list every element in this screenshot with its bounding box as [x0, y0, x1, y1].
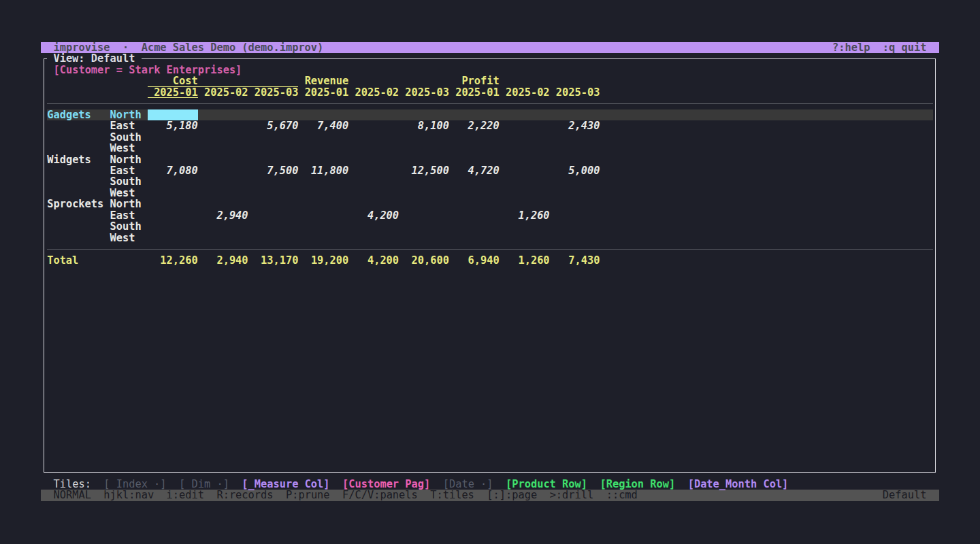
status-hint[interactable]: F/C/V:panels [342, 490, 418, 500]
measure-header-revenue[interactable]: Revenue [298, 75, 348, 86]
terminal-screen: improvise · Acme Sales Demo (demo.improv… [0, 0, 980, 544]
month-header[interactable]: 2025-02 [500, 87, 550, 98]
region-label[interactable]: East [110, 165, 135, 176]
region-label[interactable]: North [110, 154, 142, 165]
region-label[interactable]: East [110, 120, 135, 131]
total-label: Total [47, 255, 78, 266]
region-label[interactable]: West [110, 143, 135, 154]
status-hint[interactable]: ::cmd [606, 490, 638, 500]
app-name: improvise [54, 42, 110, 53]
region-label[interactable]: West [110, 188, 135, 199]
tiles-bar-label: Tiles: [54, 479, 91, 490]
measure-header-profit[interactable]: Profit [449, 75, 500, 86]
total-cell: 7,430 [550, 255, 600, 266]
tile-_index[interactable]: [_Index ·] [103, 479, 166, 490]
status-bar-row: NORMAL Default hjkl:navi:editR:recordsP:… [41, 490, 66, 500]
total-row: Total 12,2602,94013,17019,2004,20020,600… [41, 255, 66, 266]
month-header[interactable]: 2025-01 [449, 87, 500, 98]
data-cell[interactable]: 4,720 [449, 165, 500, 176]
product-label[interactable]: Widgets [47, 154, 91, 165]
data-cell[interactable]: 5,670 [248, 120, 299, 131]
total-cell: 19,200 [298, 255, 348, 266]
view-title-text: View: Default [53, 52, 135, 65]
total-cell: 12,260 [148, 255, 198, 266]
status-hint[interactable]: P:prune [286, 490, 330, 500]
total-cell: 13,170 [248, 255, 299, 266]
data-cell[interactable]: 4,200 [348, 210, 399, 221]
total-separator [47, 249, 932, 250]
status-view-name: Default [883, 490, 927, 500]
measure-header-cost[interactable]: Cost [148, 75, 198, 86]
status-hint[interactable]: [:]:page [487, 490, 537, 500]
tile-date_monthcol[interactable]: [Date_Month Col] [688, 479, 789, 490]
region-label[interactable]: South [110, 132, 142, 143]
app-bar-separator-icon: · [122, 42, 129, 53]
month-header[interactable]: 2025-01 [298, 87, 348, 98]
status-hint[interactable]: R:records [216, 490, 273, 500]
status-hint[interactable]: T:tiles [430, 490, 474, 500]
region-label[interactable]: West [110, 233, 135, 243]
tile-_measurecol[interactable]: [_Measure Col] [242, 479, 329, 490]
app-bar-row: improvise · Acme Sales Demo (demo.improv… [41, 42, 66, 53]
data-cell[interactable]: 7,080 [148, 165, 198, 176]
region-label[interactable]: North [110, 109, 142, 120]
data-cell[interactable]: 2,220 [449, 120, 500, 131]
selected-month-underline [148, 97, 198, 98]
month-header[interactable]: 2025-03 [248, 87, 299, 98]
tile-productrow[interactable]: [Product Row] [506, 479, 587, 490]
status-hint[interactable]: hjkl:nav [103, 490, 154, 500]
tile-_dim[interactable]: [_Dim ·] [179, 479, 229, 490]
total-cell: 2,940 [198, 255, 248, 266]
view-panel-title: View: Default [47, 53, 141, 64]
document-title: Acme Sales Demo (demo.improv) [142, 42, 324, 53]
status-mode: NORMAL [54, 490, 91, 500]
data-cell[interactable]: 11,800 [298, 165, 348, 176]
region-label[interactable]: South [110, 221, 142, 232]
total-cell: 20,600 [399, 255, 449, 266]
data-cell[interactable]: 5,000 [550, 165, 600, 176]
data-cell[interactable]: 2,430 [550, 120, 600, 131]
total-cell: 1,260 [500, 255, 550, 266]
region-label[interactable]: South [110, 176, 142, 187]
product-label[interactable]: Gadgets [47, 109, 91, 120]
total-cell: 4,200 [348, 255, 399, 266]
total-cell: 6,940 [449, 255, 500, 266]
region-label[interactable]: East [110, 210, 135, 221]
month-header[interactable]: 2025-03 [399, 87, 449, 98]
data-cell[interactable]: 12,500 [399, 165, 449, 176]
tile-customerpag[interactable]: [Customer Pag] [342, 479, 430, 490]
month-header[interactable]: 2025-02 [198, 87, 248, 98]
month-header[interactable]: 2025-01 [148, 87, 198, 98]
cursor-cell[interactable] [148, 109, 198, 120]
region-label[interactable]: North [110, 199, 142, 209]
month-header[interactable]: 2025-02 [348, 87, 399, 98]
product-label[interactable]: Sprockets [47, 199, 103, 209]
data-cell[interactable]: 2,940 [198, 210, 248, 221]
tile-date[interactable]: [Date ·] [443, 479, 493, 490]
status-hint[interactable]: >:drill [550, 490, 594, 500]
help-hint[interactable]: ?:help [832, 42, 870, 53]
status-hint[interactable]: i:edit [167, 490, 204, 500]
header-separator [47, 103, 932, 104]
data-cell[interactable]: 7,400 [298, 120, 348, 131]
data-cell[interactable]: 7,500 [248, 165, 299, 176]
tiles-bar: Tiles: [_Index ·][_Dim ·][_Measure Col][… [41, 479, 66, 490]
filter-badge[interactable]: [Customer = Stark Enterprises] [54, 65, 242, 75]
tile-regionrow[interactable]: [Region Row] [600, 479, 675, 490]
filter-row: [Customer = Stark Enterprises] [41, 65, 66, 75]
data-cell[interactable]: 8,100 [399, 120, 449, 131]
data-cell[interactable]: 1,260 [500, 210, 550, 221]
data-cell[interactable]: 5,180 [148, 120, 198, 131]
quit-hint[interactable]: :q quit [883, 42, 927, 53]
month-header[interactable]: 2025-03 [550, 87, 600, 98]
